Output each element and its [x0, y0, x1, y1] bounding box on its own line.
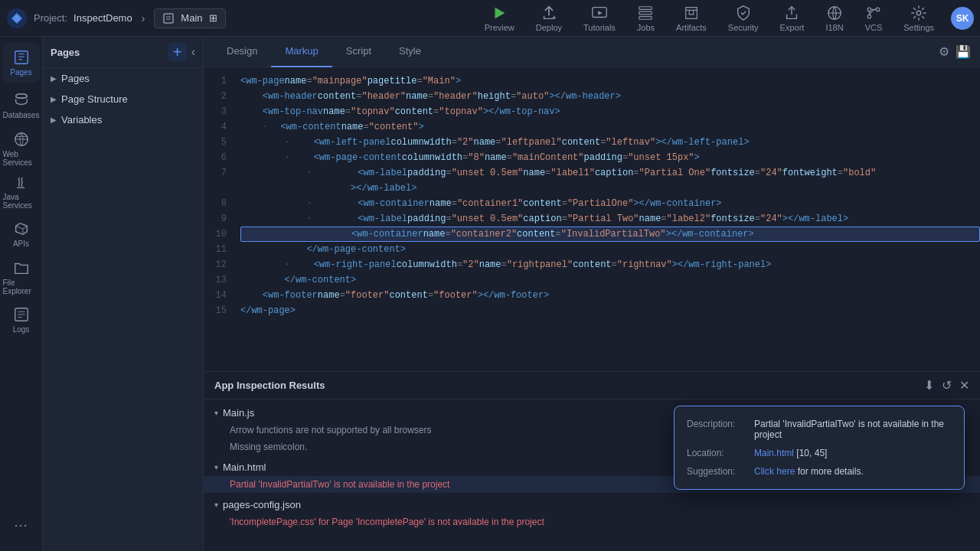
main-js-label: Main.js [223, 407, 254, 419]
tutorials-icon [591, 5, 608, 21]
svg-marker-5 [495, 7, 505, 18]
tab-design[interactable]: Design [213, 37, 271, 67]
page-structure-label: Page Structure [61, 93, 128, 105]
svg-rect-10 [639, 16, 652, 19]
i18n-button[interactable]: I18N [821, 2, 848, 35]
databases-icon [13, 92, 30, 109]
left-icon-bar: Pages Databases Web Services [0, 37, 43, 551]
topbar: Project: InspectDemo › Main ⊞ Preview De… [0, 0, 980, 37]
code-line-11: </wm-page-content> [240, 242, 980, 257]
apis-icon [13, 220, 30, 237]
collapse-panel-button[interactable]: ‹ [191, 43, 195, 61]
variables-chevron: ▶ [51, 116, 57, 124]
export-button[interactable]: Export [776, 2, 809, 35]
arrow-fn-text: Arrow functions are not supported by all… [230, 425, 431, 435]
sidebar-item-java-services[interactable]: Java Services [3, 171, 40, 211]
preview-button[interactable]: Preview [480, 2, 519, 35]
grid-view-icon[interactable]: ⊞ [209, 12, 217, 24]
main-html-label: Main.html [223, 461, 266, 473]
file-explorer-icon [13, 259, 30, 276]
settings-button[interactable]: Settings [899, 2, 939, 35]
download-results-icon[interactable]: ⬇ [924, 378, 934, 393]
code-line-12: · <wm-right-panel columnwidth="2" name="… [240, 257, 980, 272]
pages-icon [13, 49, 30, 66]
inspection-item-incomplete-page[interactable]: 'IncompletePage.css' for Page 'Incomplet… [204, 514, 980, 530]
code-line-15: </wm-page> [240, 303, 980, 318]
page-selector[interactable]: Main ⊞ [154, 8, 225, 28]
security-label: Security [728, 23, 759, 32]
refresh-results-icon[interactable]: ↺ [942, 378, 952, 393]
sidebar-item-databases[interactable]: Databases [3, 86, 40, 126]
tab-bar-actions: ⚙ 💾 [939, 44, 971, 59]
close-panel-icon[interactable]: ✕ [959, 378, 969, 393]
description-label: Description: [687, 419, 748, 440]
artifacts-button[interactable]: Artifacts [671, 2, 711, 35]
security-button[interactable]: Security [724, 2, 763, 35]
java-services-label: Java Services [3, 193, 40, 210]
security-icon [735, 5, 752, 21]
tab-markup[interactable]: Markup [271, 37, 332, 67]
inspection-title: App Inspection Results [214, 380, 325, 391]
code-line-2: <wm-header content="header" name="header… [240, 89, 980, 104]
sidebar-item-apis[interactable]: APIs [3, 214, 40, 254]
code-line-3: <wm-top-nav name="topnav" content="topna… [240, 104, 980, 119]
i18n-label: I18N [825, 23, 843, 32]
jobs-label: Jobs [637, 23, 655, 32]
tree-item-pages[interactable]: ▶ Pages [43, 68, 203, 89]
code-line-10[interactable]: <wm-container name="container2" content=… [240, 227, 980, 242]
code-line-8: · <wm-container name="container1" conten… [240, 196, 980, 211]
code-editor[interactable]: 1 2 3 4 5 6 7 8 9 10 11 12 13 14 15 <wm-… [204, 67, 980, 371]
more-icon: ··· [14, 517, 28, 533]
svg-point-1 [14, 15, 20, 21]
settings-label: Settings [903, 23, 934, 32]
invalid-partial-text: Partial 'InvalidPartialTwo' is not avail… [230, 479, 449, 490]
vcs-button[interactable]: VCS [861, 2, 887, 35]
main-html-chevron: ▾ [214, 463, 218, 471]
code-line-9: · <wm-label padding="unset 0.5em" captio… [240, 211, 980, 227]
main-js-chevron: ▾ [214, 409, 218, 417]
tab-script[interactable]: Script [332, 37, 385, 67]
sidebar-item-logs[interactable]: Logs [3, 300, 40, 340]
svg-point-16 [916, 11, 921, 15]
location-label: Location: [687, 448, 748, 458]
user-avatar[interactable]: SK [951, 7, 974, 30]
bottom-panel-actions: ⬇ ↺ ✕ [924, 378, 969, 393]
pages-config-chevron: ▾ [214, 500, 218, 509]
pages-config-header[interactable]: ▾ pages-config.json [204, 496, 980, 514]
add-page-button[interactable]: + [168, 43, 187, 61]
preview-label: Preview [485, 23, 514, 32]
left-panel: Pages + ‹ ▶ Pages ▶ Page Structure ▶ Var… [43, 37, 204, 551]
page-structure-chevron: ▶ [51, 95, 57, 103]
deploy-button[interactable]: Deploy [531, 2, 567, 35]
tutorials-button[interactable]: Tutorials [579, 2, 620, 35]
pages-label: Pages [10, 68, 31, 77]
code-line-7b: ></wm-label> [240, 181, 980, 196]
jobs-button[interactable]: Jobs [632, 2, 659, 35]
suggestion-link[interactable]: Click here [754, 466, 798, 477]
location-link[interactable]: Main.html [754, 448, 796, 458]
incomplete-page-text: 'IncompletePage.css' for Page 'Incomplet… [230, 517, 544, 527]
tree-item-page-structure[interactable]: ▶ Page Structure [43, 89, 203, 109]
code-content[interactable]: <wm-page name="mainpage" pagetitle="Main… [234, 67, 980, 371]
tooltip-description-row: Description: Partial 'InvalidPartialTwo'… [687, 419, 952, 440]
code-line-5: · <wm-left-panel columnwidth="2" name="l… [240, 135, 980, 150]
sidebar-item-file-explorer[interactable]: File Explorer [3, 257, 40, 297]
i18n-icon [826, 5, 843, 21]
artifacts-icon [683, 5, 700, 21]
tab-style[interactable]: Style [385, 37, 435, 67]
more-options-button[interactable]: ··· [3, 505, 40, 545]
svg-point-14 [867, 15, 871, 18]
code-line-13: </wm-content> [240, 272, 980, 288]
pages-config-label: pages-config.json [223, 499, 301, 510]
sidebar-item-pages[interactable]: Pages [3, 43, 40, 83]
export-label: Export [780, 23, 805, 32]
tree-item-variables[interactable]: ▶ Variables [43, 109, 203, 130]
description-value: Partial 'InvalidPartialTwo' is not avail… [754, 419, 952, 440]
deploy-label: Deploy [536, 23, 562, 32]
tab-save-icon[interactable]: 💾 [956, 44, 971, 59]
vcs-label: VCS [865, 23, 883, 32]
suggestion-label: Suggestion: [687, 466, 748, 477]
tab-settings-icon[interactable]: ⚙ [939, 44, 949, 59]
variables-label: Variables [61, 114, 102, 126]
sidebar-item-web-services[interactable]: Web Services [3, 129, 40, 168]
